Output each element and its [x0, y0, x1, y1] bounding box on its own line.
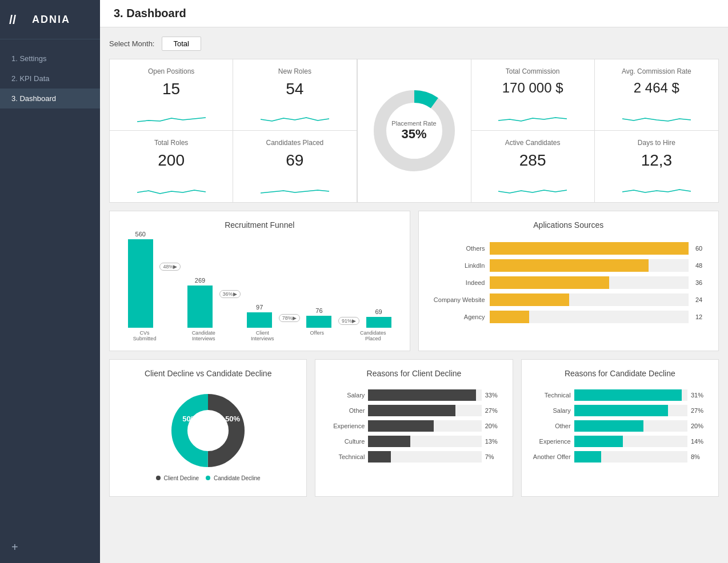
cand-offer-bar	[574, 451, 602, 463]
candidate-decline-title: Reasons for Candidate Decline	[531, 369, 709, 378]
hbar-agency: Agency 12	[428, 311, 710, 323]
linkedin-label: LinkdIn	[428, 262, 485, 269]
sidebar-item-kpi[interactable]: 2. KPI Data	[0, 69, 100, 89]
total-roles-title: Total Roles	[117, 139, 226, 147]
funnel-bar-int: 97	[247, 304, 272, 328]
cand-salary-label: Salary	[531, 407, 571, 414]
add-button[interactable]: +	[0, 532, 100, 563]
hbar-linkedin: LinkdIn 48	[428, 259, 710, 272]
charts-row-2: Recruitment Funnel 560 48%▶ 269	[109, 211, 719, 351]
client-pct-label: 50%	[182, 415, 197, 423]
main-content: 3. Dashboard Select Month: Total Open Po…	[100, 0, 728, 563]
app-sources-title: Aplications Sources	[428, 220, 710, 230]
agency-label: Agency	[428, 313, 485, 320]
funnel-labels: CVs Submitted Candidate Interviews Clien…	[125, 330, 395, 341]
placed-bar	[366, 317, 391, 328]
linkedin-val: 48	[695, 262, 709, 269]
kpi-candidates-placed: Candidates Placed 69	[233, 131, 357, 202]
client-salary-row: Salary 33%	[325, 389, 503, 401]
cand-tech-row: Technical 31%	[531, 389, 709, 401]
linkedin-bar	[490, 259, 649, 272]
decline-comparison-card: Client Decline vs Candidate Decline 50% …	[109, 359, 307, 497]
company-track	[490, 293, 689, 306]
spacer-4	[340, 330, 346, 341]
client-decline-bars: Salary 33% Other 27% Experience 20%	[325, 385, 503, 471]
placement-rate-value: 35%	[391, 127, 436, 142]
app-sources-card: Aplications Sources Others 60 LinkdIn 48…	[418, 211, 719, 351]
pct-2: 36%▶	[219, 290, 241, 298]
total-commission-value: 170 000 $	[478, 80, 587, 96]
cand-exp-bar	[574, 436, 623, 447]
funnel-arrow-3: 78%▶	[279, 314, 300, 328]
client-legend: Client Decline	[156, 475, 199, 481]
spacer-3	[288, 330, 294, 341]
total-roles-value: 200	[117, 151, 226, 170]
avg-commission-sparkline	[602, 112, 711, 126]
client-salary-bar	[368, 389, 475, 401]
candidate-decline-card: Reasons for Candidate Decline Technical …	[521, 359, 719, 497]
cand-other-pct: 20%	[691, 423, 709, 429]
agency-track	[490, 311, 689, 323]
sidebar-item-dashboard[interactable]: 3. Dashboard	[0, 89, 100, 108]
cand-exp-label: Experience	[531, 438, 571, 445]
placement-rate-label: Placement Rate	[391, 120, 436, 127]
company-val: 24	[695, 296, 709, 303]
hbar-others: Others 60	[428, 242, 710, 255]
client-exp-track	[368, 420, 481, 432]
candidate-decline-bars: Technical 31% Salary 27% Other 20%	[531, 385, 709, 471]
sidebar-nav: 1. Settings 2. KPI Data 3. Dashboard	[0, 39, 100, 532]
sidebar-item-settings[interactable]: 1. Settings	[0, 49, 100, 69]
candidates-placed-sparkline	[240, 184, 349, 198]
kpi-days-to-hire: Days to Hire 12,3	[595, 131, 718, 202]
label-int: Client Interviews	[248, 330, 277, 341]
cvs-value: 560	[135, 231, 146, 238]
kpi-avg-commission: Avg. Commission Rate 2 464 $	[595, 59, 718, 131]
client-culture-pct: 13%	[485, 438, 503, 445]
total-commission-title: Total Commission	[478, 67, 587, 75]
page-title: 3. Dashboard	[114, 7, 186, 20]
client-other-pct: 27%	[485, 407, 503, 414]
cand-salary-row: Salary 27%	[531, 405, 709, 416]
cand-offer-label: Another Offer	[531, 453, 571, 460]
days-to-hire-sparkline	[602, 184, 711, 198]
recruitment-funnel-card: Recruitment Funnel 560 48%▶ 269	[109, 211, 410, 351]
cand-salary-pct: 27%	[691, 407, 709, 414]
decline-donut: 50% 50%	[168, 391, 248, 470]
kpi-total-commission: Total Commission 170 000 $	[471, 59, 595, 131]
open-positions-sparkline	[117, 112, 226, 126]
client-other-label: Other	[325, 407, 365, 414]
client-salary-pct: 33%	[485, 392, 503, 399]
donut-label: Placement Rate 35%	[391, 120, 436, 142]
candidate-legend-label: Candidate Decline	[214, 475, 261, 481]
label-offers: Offers	[306, 330, 329, 341]
total-roles-sparkline	[117, 184, 226, 198]
new-roles-sparkline	[240, 112, 349, 126]
client-salary-label: Salary	[325, 392, 365, 399]
company-label: Company Website	[428, 296, 485, 303]
funnel-chart: 560 48%▶ 269 36%▶	[119, 236, 401, 341]
sidebar: // ADNIA 1. Settings 2. KPI Data 3. Dash…	[0, 0, 100, 563]
cand-other-row: Other 20%	[531, 420, 709, 432]
kpi-active-candidates: Active Candidates 285	[471, 131, 595, 202]
client-culture-bar	[368, 436, 410, 447]
funnel-arrow-2: 36%▶	[219, 290, 241, 328]
candidates-placed-title: Candidates Placed	[240, 139, 349, 147]
funnel-arrow-4: 91%▶	[338, 317, 359, 328]
avg-commission-title: Avg. Commission Rate	[602, 67, 711, 75]
client-exp-row: Experience 20%	[325, 420, 503, 432]
month-label: Select Month:	[109, 39, 155, 48]
funnel-title: Recruitment Funnel	[119, 220, 401, 230]
open-positions-title: Open Positions	[117, 67, 226, 75]
funnel-bar-cvs: 560	[128, 231, 153, 328]
placed-value: 69	[375, 308, 382, 315]
month-button[interactable]: Total	[162, 37, 201, 51]
decline-legend: Client Decline Candidate Decline	[156, 475, 261, 481]
client-tech-row: Technical 7%	[325, 451, 503, 463]
cand-other-bar	[574, 420, 643, 432]
client-dot	[156, 476, 161, 480]
client-culture-row: Culture 13%	[325, 436, 503, 447]
client-tech-label: Technical	[325, 453, 365, 460]
pct-3: 78%▶	[279, 314, 300, 322]
content-area: Select Month: Total Open Positions 15 Ne…	[100, 27, 728, 563]
donut-chart: Placement Rate 35%	[369, 85, 460, 176]
